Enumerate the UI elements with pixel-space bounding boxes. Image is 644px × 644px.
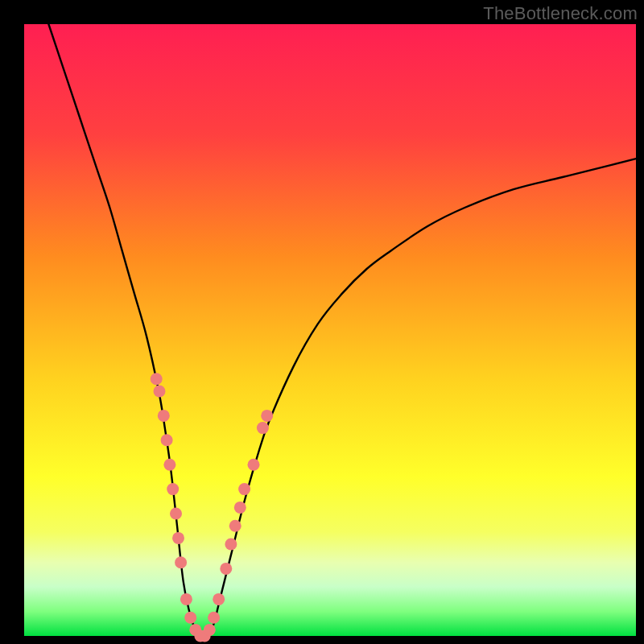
- data-marker: [248, 459, 260, 471]
- data-marker: [180, 593, 192, 605]
- data-marker: [204, 624, 216, 636]
- data-markers: [151, 373, 274, 642]
- data-marker: [234, 502, 246, 514]
- data-marker: [154, 386, 166, 398]
- chart-frame: TheBottleneck.com: [0, 0, 644, 644]
- data-marker: [163, 459, 175, 471]
- data-marker: [261, 410, 273, 422]
- data-marker: [161, 434, 173, 446]
- chart-svg: [24, 24, 636, 636]
- data-marker: [184, 612, 196, 624]
- data-marker: [158, 410, 170, 422]
- data-marker: [208, 612, 220, 624]
- data-marker: [167, 483, 179, 495]
- bottleneck-curve: [48, 24, 636, 638]
- data-marker: [257, 422, 269, 434]
- data-marker: [220, 563, 232, 575]
- data-marker: [225, 539, 237, 551]
- data-marker: [229, 520, 242, 532]
- data-marker: [172, 532, 184, 544]
- data-marker: [175, 556, 187, 568]
- data-marker: [238, 483, 250, 495]
- plot-area: [24, 24, 636, 636]
- data-marker: [213, 593, 225, 605]
- watermark-text: TheBottleneck.com: [483, 3, 638, 24]
- data-marker: [151, 373, 163, 385]
- data-marker: [170, 508, 182, 520]
